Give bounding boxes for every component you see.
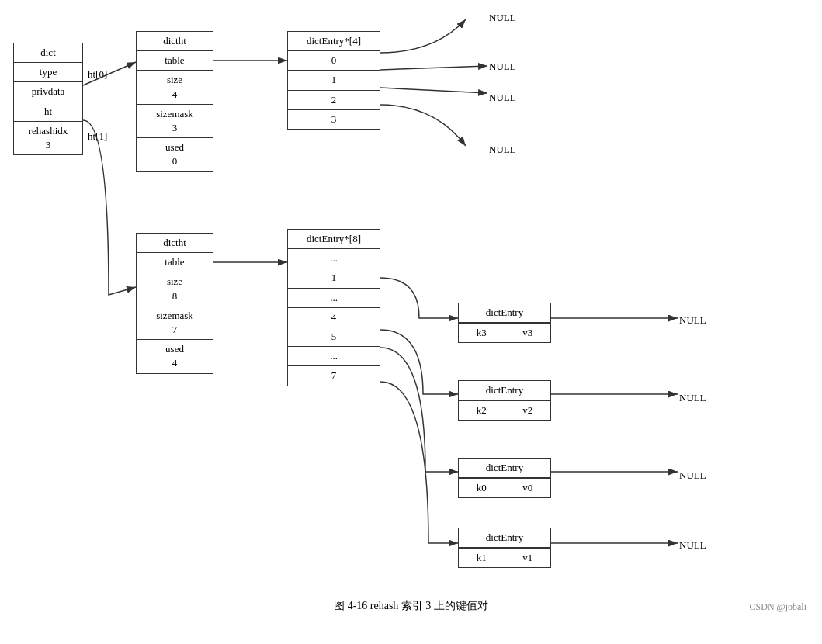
dict-entry-top-label: dictEntry*[4] xyxy=(288,32,380,51)
null-entry-k2v2: NULL xyxy=(679,392,706,404)
entry-k1v1: dictEntry k1 v1 xyxy=(458,528,551,568)
dict-entry-bottom-header: dictEntry*[8] ... 1 ... 4 5 ... 7 xyxy=(287,229,380,386)
null-top-3: NULL xyxy=(489,144,516,156)
entry-k1v1-label: dictEntry xyxy=(459,528,550,548)
entry-k2v2-k: k2 xyxy=(459,401,505,420)
dictht-bottom-used: used4 xyxy=(137,340,213,372)
dict-entry-bottom-7: 7 xyxy=(288,366,380,385)
entry-k1v1-k: k1 xyxy=(459,549,505,567)
arrows-svg xyxy=(0,0,822,621)
ht0-label: ht[0] xyxy=(88,68,107,81)
dictht-top: dictht table size4 sizemask3 used0 xyxy=(136,31,213,172)
dictht-bottom: dictht table size8 sizemask7 used4 xyxy=(136,233,213,374)
dictht-top-used: used0 xyxy=(137,138,213,171)
dict-entry-bottom-5: 5 xyxy=(288,327,380,347)
csdn-label: CSDN @jobali xyxy=(750,601,806,613)
entry-k0v0-label: dictEntry xyxy=(459,459,550,478)
dict-entry-bottom-dots2: ... xyxy=(288,289,380,308)
dict-box: dict type privdata ht rehashidx3 xyxy=(13,43,83,155)
dict-entry-bottom-dots1: ... xyxy=(288,249,380,268)
dict-entry-top-1: 1 xyxy=(288,71,380,90)
entry-k3v3: dictEntry k3 v3 xyxy=(458,303,551,343)
diagram-caption: 图 4-16 rehash 索引 3 上的键值对 xyxy=(0,599,822,613)
dict-entry-bottom-4: 4 xyxy=(288,308,380,327)
entry-k0v0: dictEntry k0 v0 xyxy=(458,458,551,498)
dictht-bottom-size: size8 xyxy=(137,272,213,306)
dictht-top-sizemask: sizemask3 xyxy=(137,105,213,138)
csdn-text: CSDN @jobali xyxy=(750,601,806,612)
dictht-bottom-sizemask: sizemask7 xyxy=(137,306,213,340)
null-entry-k1v1: NULL xyxy=(679,539,706,552)
entry-k0v0-k: k0 xyxy=(459,479,505,497)
entry-k3v3-v: v3 xyxy=(505,324,551,342)
caption-text: 图 4-16 rehash 索引 3 上的键值对 xyxy=(334,600,488,611)
dict-entry-top-header: dictEntry*[4] 0 1 2 3 xyxy=(287,31,380,130)
dictht-top-size: size4 xyxy=(137,71,213,104)
null-entry-k3v3: NULL xyxy=(679,314,706,327)
null-top-1: NULL xyxy=(489,61,516,73)
ht1-label: ht[1] xyxy=(88,130,107,143)
entry-k3v3-label: dictEntry xyxy=(459,303,550,323)
dict-entry-bottom-1: 1 xyxy=(288,268,380,288)
dict-cell-privdata: privdata xyxy=(14,82,82,102)
dict-cell-ht: ht xyxy=(14,102,82,122)
null-top-2: NULL xyxy=(489,92,516,104)
dictht-top-table: table xyxy=(137,51,213,71)
dictht-bottom-title: dictht xyxy=(137,234,213,253)
dict-entry-top-2: 2 xyxy=(288,91,380,110)
dictht-bottom-table: table xyxy=(137,253,213,272)
dict-entry-top-0: 0 xyxy=(288,51,380,71)
entry-k2v2-label: dictEntry xyxy=(459,381,550,400)
dict-cell-dict: dict xyxy=(14,43,82,63)
dict-entry-top-3: 3 xyxy=(288,110,380,129)
entry-k0v0-v: v0 xyxy=(505,479,551,497)
null-entry-k0v0: NULL xyxy=(679,469,706,482)
entry-k3v3-k: k3 xyxy=(459,324,505,342)
dict-cell-type: type xyxy=(14,63,82,82)
entry-k2v2: dictEntry k2 v2 xyxy=(458,380,551,421)
null-top-0: NULL xyxy=(489,12,516,24)
dict-cell-rehashidx: rehashidx3 xyxy=(14,122,82,154)
dict-entry-bottom-dots3: ... xyxy=(288,347,380,366)
dict-entry-bottom-label: dictEntry*[8] xyxy=(288,230,380,249)
dictht-top-title: dictht xyxy=(137,32,213,51)
entry-k2v2-v: v2 xyxy=(505,401,551,420)
diagram: dict type privdata ht rehashidx3 ht[0] h… xyxy=(0,0,822,621)
entry-k1v1-v: v1 xyxy=(505,549,551,567)
